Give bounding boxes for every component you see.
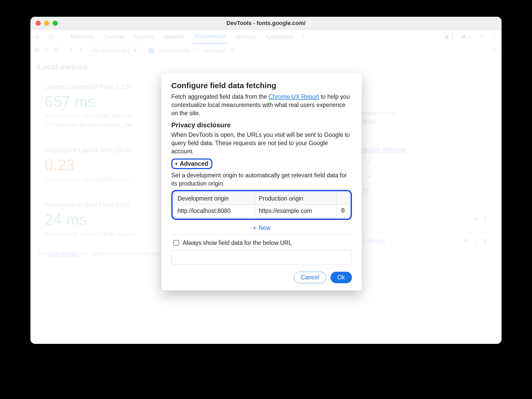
screenshots-label: Screenshots [158,47,190,54]
device-toolbar-icon[interactable] [48,34,55,40]
inspect-icon[interactable] [34,34,41,40]
perf-toolbar: (no recordings) ✓ Screenshots Memory [30,44,502,57]
divider [171,235,352,235]
record-kbd: ⌘ E [474,215,488,223]
settings-gear-icon[interactable] [478,33,485,41]
svg-point-4 [481,35,482,37]
tab-performance[interactable]: Performance [193,30,227,44]
memory-label: Memory [204,47,225,54]
help-icon[interactable] [363,187,369,195]
local-metrics-heading: Local metrics [38,63,303,71]
screenshots-checkbox[interactable]: ✓ [149,48,154,53]
message-counter[interactable]: 1 [461,34,471,40]
upload-icon[interactable] [68,47,74,54]
record-reload-kbd: ⌘ ⇧ E [464,237,488,245]
svg-rect-2 [52,36,54,39]
perf-settings-gear-icon[interactable] [492,47,498,54]
warning-counter[interactable]: 1 [444,34,454,40]
svg-rect-3 [462,35,466,38]
chevron-down-icon: ▼ [174,162,178,166]
always-show-checkbox[interactable] [173,240,179,246]
field-data-modal: Configure field data fetching Fetch aggr… [162,73,362,290]
origin-table: Development origin Production origin htt… [174,192,350,218]
tab-application[interactable]: Application [264,30,294,43]
privacy-heading: Privacy disclosure [171,121,352,129]
download-icon[interactable] [78,47,83,54]
prod-origin-cell[interactable]: https://example.com [255,205,336,217]
modal-desc: Fetch aggregated field data from the Chr… [171,93,352,118]
ok-button[interactable]: Ok [331,272,352,283]
col-prod-origin: Production origin [255,192,336,205]
dev-origin-cell[interactable]: http://localhost:8080 [174,205,255,217]
kebab-menu-icon[interactable]: ⋮ [492,33,498,40]
tab-elements[interactable]: Elements [69,30,95,43]
window-title: DevTools - fonts.google.com/ [30,20,502,27]
simulate-link[interactable]: simulate different [357,146,406,153]
clear-icon[interactable] [54,47,59,54]
advanced-toggle[interactable]: ▼ Advanced [171,159,212,169]
origin-table-row: http://localhost:8080 https://example.co… [174,205,350,217]
reload-record-icon[interactable] [44,47,49,54]
cancel-button[interactable]: Cancel [294,272,326,283]
always-show-row: Always show field data for the below URL [173,239,352,246]
delete-row-button[interactable] [340,208,346,214]
plus-icon: + [253,224,256,232]
local-metrics-link[interactable]: local metrics [49,251,79,256]
tab-memory[interactable]: Memory [235,30,257,43]
svg-point-8 [494,49,496,51]
collect-garbage-icon[interactable] [230,47,235,54]
devtools-tabstrip: Elements Console Sources Network Perform… [30,30,502,44]
svg-point-6 [36,49,37,51]
tab-network[interactable]: Network [163,30,186,43]
origin-table-header: Development origin Production origin [174,192,350,205]
col-dev-origin: Development origin [174,192,255,205]
record-icon[interactable] [34,47,39,54]
add-new-button[interactable]: + New [171,224,352,232]
more-tabs-icon[interactable]: » [301,33,305,41]
tab-sources[interactable]: Sources [132,30,155,43]
recordings-dropdown[interactable]: (no recordings) [88,46,139,55]
crux-link[interactable]: Chrome UX Report [269,93,319,100]
titlebar: DevTools - fonts.google.com/ [30,17,502,30]
modal-title: Configure field data fetching [171,81,352,90]
tab-console[interactable]: Console [102,30,125,43]
url-override-input[interactable] [171,250,352,264]
advanced-desc: Set a development origin to automaticall… [171,171,352,188]
always-show-label: Always show field data for the below URL [183,239,292,246]
memory-checkbox[interactable] [195,48,200,53]
devtools-window: DevTools - fonts.google.com/ Elements Co… [30,17,502,344]
origin-mapping-box: Development origin Production origin htt… [171,190,352,220]
privacy-text: When DevTools is open, the URLs you visi… [171,131,352,156]
